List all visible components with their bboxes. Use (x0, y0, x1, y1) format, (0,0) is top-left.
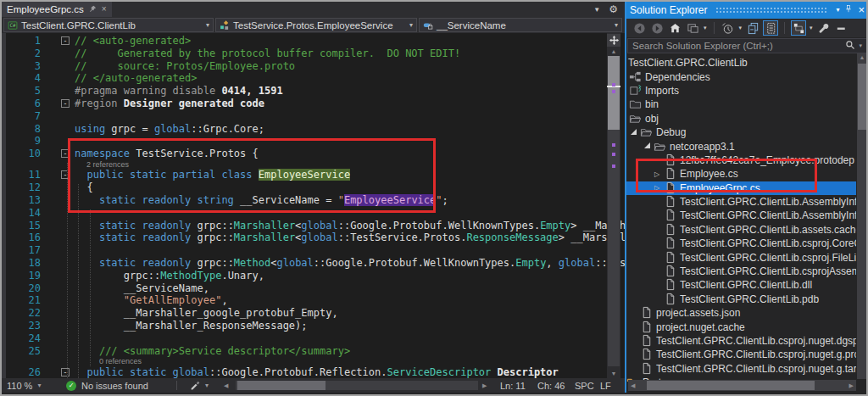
tree-vertical-scrollbar[interactable]: ▲ (857, 53, 867, 379)
member-dropdown[interactable]: __ServiceName ▾ (419, 18, 622, 32)
tree-item[interactable]: TestClient.GPRC.ClientLib.csproj.nuget.d… (626, 334, 856, 348)
collapse-region-icon[interactable]: - (61, 99, 70, 108)
gear-icon[interactable]: ⚙ (609, 3, 618, 15)
tree-item[interactable]: TestClient.GPRC.ClientLib.csprojAssembly… (626, 265, 856, 278)
chevron-down-icon[interactable]: ▾ (739, 25, 743, 31)
splitter-handle-icon[interactable] (607, 34, 620, 47)
editor-vertical-scrollbar[interactable]: ▲ ▼ (607, 33, 620, 378)
code-line[interactable]: 20 __ServiceName, (2, 282, 609, 295)
scroll-right-icon[interactable]: ▶ (849, 380, 854, 391)
collapse-all-button[interactable] (745, 20, 760, 36)
tree-item[interactable]: TestClient.GPRC.ClientLib.AssemblyInfoIn… (626, 209, 856, 222)
scroll-right-icon[interactable]: ▶ (482, 378, 487, 393)
code-line[interactable]: 18 static readonly grpc::Method<global::… (2, 257, 609, 270)
imports-icon (629, 84, 643, 98)
code-line[interactable]: 6-#region Designer generated code (2, 98, 609, 110)
tree-item[interactable]: TestClient.GPRC.ClientLib.csproj.nuget.g… (626, 348, 856, 361)
tree-item[interactable]: project.nuget.cache (626, 320, 856, 333)
close-icon[interactable]: × (858, 2, 865, 19)
chevron-down-icon[interactable]: ▾ (37, 382, 41, 389)
scrollbar-thumb[interactable] (647, 381, 815, 390)
type-dropdown[interactable]: TestService.Protos.EmployeeService ▾ (215, 18, 417, 32)
code-line[interactable]: 4// </auto-generated> (2, 72, 609, 85)
scroll-left-icon[interactable]: ◀ (631, 380, 635, 391)
chevron-down-icon[interactable]: ▾ (859, 42, 862, 49)
code-cleanup-brush-icon[interactable] (190, 379, 201, 392)
tree-item[interactable]: bin (626, 98, 856, 111)
code-token: Designer generated code (124, 98, 264, 109)
close-icon[interactable]: × (102, 5, 107, 14)
health-status[interactable]: No issues found (81, 381, 148, 391)
tree-item[interactable]: TestClient.GPRC.ClientLib.pdb (626, 293, 856, 306)
code-line[interactable]: 19 grpc::MethodType.Unary, (2, 270, 609, 282)
code-line[interactable]: 24 (2, 332, 609, 345)
code-line[interactable]: 1-// <auto-generated> (2, 35, 609, 47)
search-icon[interactable] (845, 40, 855, 52)
scroll-down-icon[interactable]: ▼ (607, 371, 620, 377)
preview-selected-items-button[interactable] (834, 20, 849, 36)
code-line[interactable]: 5#pragma warning disable 0414, 1591 (2, 85, 609, 98)
code-line[interactable]: 17 (2, 244, 609, 257)
tree-horizontal-scrollbar[interactable]: ◀ ▶ (628, 380, 856, 391)
project-dropdown[interactable]: C# TestClient.GPRC.ClientLib ▾ (3, 18, 214, 32)
switch-views-button[interactable] (685, 20, 700, 36)
code-line[interactable]: 3// source: Protos/Employee.proto (2, 60, 609, 73)
chevron-down-icon[interactable]: ▾ (205, 382, 209, 389)
code-line[interactable]: 23 __Marshaller_ResponseMessage); (2, 320, 609, 332)
tree-item[interactable]: project.assets.json (626, 306, 856, 320)
tree-item[interactable]: netcoreapp3.1 (626, 139, 856, 153)
code-line[interactable]: 7 (2, 110, 609, 123)
code-line[interactable]: 26- public static global::Google.Protobu… (2, 366, 609, 378)
tree-item[interactable]: TestClient.GPRC.ClientLib (626, 56, 856, 70)
home-button[interactable] (667, 20, 682, 36)
tree-item[interactable]: Debug (626, 125, 856, 139)
chevron-down-icon[interactable]: ▾ (704, 25, 707, 31)
code-line[interactable]: 25 /// <summary>Service descriptor</summ… (2, 345, 609, 358)
tree-item[interactable]: TestClient.GPRC.ClientLib.csproj.FileLis… (626, 250, 856, 264)
pin-icon[interactable] (844, 2, 853, 19)
scrollbar-thumb[interactable] (858, 64, 866, 130)
collapse-region-icon[interactable]: - (61, 36, 70, 45)
tree-item[interactable]: Dependencies (626, 70, 856, 83)
scroll-left-icon[interactable]: ◀ (224, 378, 228, 393)
solution-explorer-title-bar[interactable]: Solution Explorer ▾ × (626, 2, 868, 19)
chevron-down-icon[interactable]: ▾ (836, 2, 839, 19)
code-line[interactable]: 21 "GetAllEmployee", (2, 294, 609, 307)
health-check-icon[interactable]: ✓ (66, 381, 76, 391)
tree-item[interactable]: obj (626, 112, 856, 125)
drag-grip[interactable] (715, 7, 827, 14)
scrollbar-thumb[interactable] (237, 381, 326, 390)
tree-item[interactable]: TestClient.GPRC.ClientLib.assets.cache (626, 223, 856, 237)
scroll-up-icon[interactable]: ▲ (607, 48, 620, 55)
code-line[interactable]: 8using grpc = global::Grpc.Core; (2, 123, 609, 136)
forward-button[interactable] (649, 20, 665, 36)
line-number: 21 (2, 294, 41, 307)
pin-icon[interactable] (89, 5, 97, 14)
sync-with-active-document-button[interactable] (791, 20, 806, 36)
expander-expanded-icon[interactable] (631, 129, 637, 135)
editor-horizontal-scrollbar[interactable] (236, 381, 478, 390)
file-icon (664, 237, 677, 250)
pending-changes-filter-button[interactable] (721, 20, 736, 36)
tree-item[interactable]: TestClient.GPRC.ClientLib.csproj.nuget.g… (626, 362, 856, 376)
tree-item[interactable]: TestClient.GPRC.ClientLib.csproj.CoreCom… (626, 237, 856, 250)
back-button[interactable] (632, 20, 647, 36)
tree-item[interactable]: TestClient.GPRC.ClientLib.dll (626, 278, 856, 292)
code-line[interactable]: 16 static readonly grpc::Marshaller<glob… (2, 231, 609, 244)
code-line[interactable]: 15 static readonly grpc::Marshaller<glob… (2, 220, 609, 232)
code-line[interactable]: 22 __Marshaller_google_protobuf_Empty, (2, 307, 609, 320)
search-input[interactable]: Search Solution Explorer (Ctrl+;) ▾ (627, 38, 867, 53)
show-all-files-button[interactable] (763, 20, 778, 36)
zoom-level[interactable]: 110 % (7, 381, 32, 391)
tree-item[interactable]: TestClient.GPRC.ClientLib.AssemblyInfo.c… (626, 195, 856, 209)
document-tab[interactable]: EmployeeGrpc.cs × (2, 2, 112, 17)
expander-expanded-icon[interactable] (644, 142, 650, 148)
window-list-chevron-icon[interactable]: ▼ (593, 6, 600, 14)
properties-button[interactable] (816, 20, 832, 36)
scroll-up-icon[interactable]: ▲ (857, 54, 867, 60)
collapse-region-icon[interactable]: - (61, 368, 70, 376)
codelens-indicator[interactable]: 0 references (2, 357, 609, 366)
tree-item[interactable]: Imports (626, 84, 856, 98)
chevron-down-icon[interactable]: ▾ (810, 25, 813, 31)
code-line[interactable]: 2// Generated by the protocol buffer com… (2, 47, 609, 60)
